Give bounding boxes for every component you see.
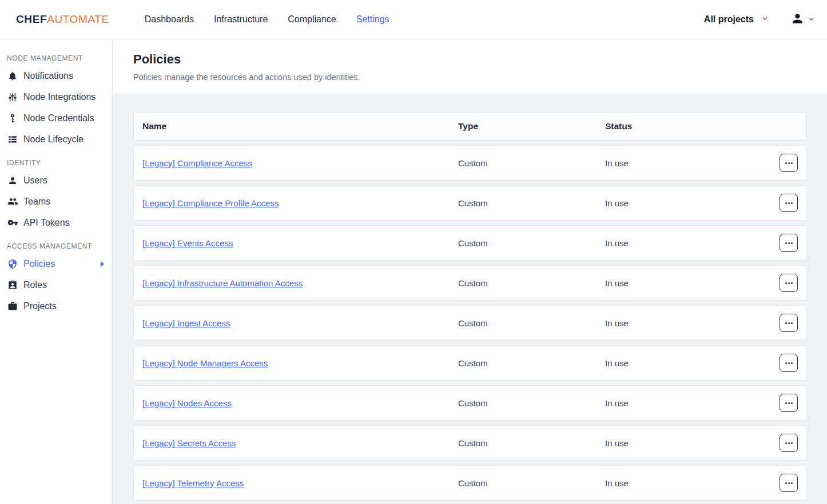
submenu-arrow-icon	[101, 261, 104, 267]
row-actions-button[interactable]	[780, 234, 798, 252]
column-header-type: Type	[450, 121, 597, 131]
policy-type: Custom	[450, 398, 597, 408]
sidebar-section-node-management: NODE MANAGEMENT	[0, 54, 112, 62]
person-icon	[790, 11, 805, 27]
sliders-icon	[7, 91, 18, 103]
more-horizontal-icon	[788, 202, 790, 204]
row-actions-button[interactable]	[780, 314, 798, 332]
sidebar-item-policies[interactable]: Policies	[0, 253, 112, 274]
policy-name-link[interactable]: [Legacy] Telemetry Access	[142, 478, 244, 488]
column-header-status: Status	[597, 121, 780, 131]
policy-type: Custom	[450, 238, 597, 248]
sidebar-item-label: Projects	[23, 301, 57, 311]
sidebar-item-api-tokens[interactable]: API Tokens	[0, 212, 112, 233]
more-horizontal-icon	[788, 282, 790, 284]
policy-type: Custom	[450, 318, 597, 328]
more-horizontal-icon	[788, 242, 790, 244]
policy-name-link[interactable]: [Legacy] Events Access	[142, 238, 233, 248]
shield-icon	[7, 258, 18, 270]
policy-name-link[interactable]: [Legacy] Secrets Access	[142, 438, 236, 448]
sidebar-item-teams[interactable]: Teams	[0, 191, 112, 212]
table-row: [Legacy] Ingest Access Custom In use	[133, 305, 807, 341]
row-actions-button[interactable]	[780, 354, 798, 372]
chevron-down-icon	[808, 15, 814, 24]
policy-name-link[interactable]: [Legacy] Nodes Access	[142, 398, 232, 408]
people-icon	[7, 196, 18, 207]
logo-automate-text: AUTOMATE	[47, 13, 109, 25]
policy-status: In use	[597, 278, 780, 288]
sidebar-item-label: Roles	[23, 280, 47, 290]
list-icon	[7, 134, 18, 145]
policy-type: Custom	[450, 158, 597, 168]
sidebar-item-label: Node Lifecycle	[23, 134, 84, 145]
sidebar-item-label: Node Credentials	[23, 113, 94, 123]
nav-item-settings[interactable]: Settings	[356, 14, 389, 25]
logo-chef-text: CHEF	[16, 13, 47, 25]
row-actions-button[interactable]	[780, 154, 798, 172]
nav-item-dashboards[interactable]: Dashboards	[145, 14, 194, 25]
policy-status: In use	[597, 198, 780, 208]
nav-item-compliance[interactable]: Compliance	[288, 14, 336, 25]
sidebar-item-notifications[interactable]: Notifications	[0, 65, 112, 86]
policy-status: In use	[597, 358, 780, 368]
sidebar-item-node-integrations[interactable]: Node Integrations	[0, 86, 112, 107]
sidebar-item-label: Policies	[23, 259, 55, 269]
sidebar-item-projects[interactable]: Projects	[0, 295, 112, 317]
page-header: Policies Policies manage the resources a…	[113, 39, 827, 93]
more-horizontal-icon	[788, 442, 790, 444]
page-subtitle: Policies manage the resources and action…	[133, 73, 806, 82]
more-horizontal-icon	[788, 362, 790, 364]
policy-name-link[interactable]: [Legacy] Node Managers Access	[142, 358, 268, 368]
topnav-right: All projects	[704, 11, 814, 27]
table-row: [Legacy] Node Managers Access Custom In …	[133, 345, 807, 381]
policies-table-body: [Legacy] Compliance Access Custom In use…	[133, 145, 807, 501]
policy-status: In use	[597, 478, 780, 488]
projects-filter-dropdown[interactable]: All projects	[704, 14, 769, 25]
row-actions-button[interactable]	[780, 434, 798, 452]
app-logo[interactable]: CHEFAUTOMATE	[16, 13, 109, 26]
row-actions-button[interactable]	[780, 474, 798, 492]
row-actions-button[interactable]	[780, 394, 798, 412]
sidebar-item-roles[interactable]: Roles	[0, 274, 112, 295]
main-content: Policies Policies manage the resources a…	[113, 39, 827, 504]
sidebar-item-label: Notifications	[23, 71, 73, 81]
more-horizontal-icon	[788, 162, 790, 164]
table-row: [Legacy] Infrastructure Automation Acces…	[133, 265, 807, 301]
row-actions-button[interactable]	[780, 194, 798, 212]
more-horizontal-icon	[788, 322, 790, 324]
nav-item-infrastructure[interactable]: Infrastructure	[214, 14, 268, 25]
sidebar-item-label: API Tokens	[23, 218, 70, 228]
table-row: [Legacy] Nodes Access Custom In use	[133, 385, 807, 421]
briefcase-icon	[7, 301, 18, 312]
main-nav: Dashboards Infrastructure Compliance Set…	[145, 14, 389, 25]
projects-filter-value: All projects	[704, 14, 754, 25]
policy-type: Custom	[450, 438, 597, 448]
policy-name-link[interactable]: [Legacy] Compliance Profile Access	[142, 198, 279, 208]
sidebar-item-node-lifecycle[interactable]: Node Lifecycle	[0, 129, 112, 150]
sidebar-item-label: Users	[23, 175, 47, 186]
policy-status: In use	[597, 438, 780, 448]
row-actions-button[interactable]	[780, 274, 798, 292]
user-menu-button[interactable]	[790, 11, 814, 27]
table-row: [Legacy] Secrets Access Custom In use	[133, 425, 807, 461]
key-icon	[7, 217, 18, 229]
sidebar-item-label: Node Integrations	[23, 92, 96, 102]
person-icon	[7, 175, 18, 186]
policy-name-link[interactable]: [Legacy] Ingest Access	[142, 318, 230, 328]
sidebar-item-node-credentials[interactable]: Node Credentials	[0, 107, 112, 129]
sidebar-item-label: Teams	[23, 197, 50, 207]
more-horizontal-icon	[788, 402, 790, 404]
policy-type: Custom	[450, 198, 597, 208]
table-row: [Legacy] Compliance Profile Access Custo…	[133, 185, 807, 221]
settings-sidebar: NODE MANAGEMENT Notifications Node Integ…	[0, 39, 113, 504]
sidebar-section-access-management: ACCESS MANAGEMENT	[0, 242, 112, 250]
policy-status: In use	[597, 158, 780, 168]
column-header-name: Name	[134, 121, 450, 131]
sidebar-item-users[interactable]: Users	[0, 170, 112, 191]
policy-name-link[interactable]: [Legacy] Compliance Access	[142, 158, 252, 168]
policies-table-header: Name Type Status	[133, 112, 807, 141]
content-area: Name Type Status [Legacy] Compliance Acc…	[113, 93, 827, 504]
table-row: [Legacy] Events Access Custom In use	[133, 225, 807, 261]
policy-name-link[interactable]: [Legacy] Infrastructure Automation Acces…	[142, 278, 303, 288]
chevron-down-icon	[761, 14, 769, 25]
